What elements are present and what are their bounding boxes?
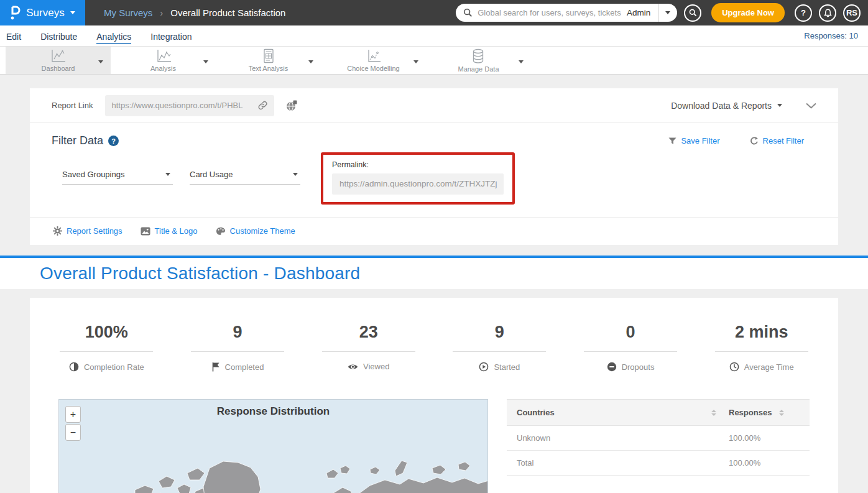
customize-theme-button[interactable]: Customize Theme [216,226,295,236]
stat-started: 9 Started [434,323,565,372]
palette-icon [216,227,226,236]
search-button[interactable] [684,4,701,22]
text-analysis-dropdown-caret[interactable] [308,55,313,66]
chevron-down-icon [665,11,670,14]
permalink-field[interactable]: https://admin.questionpro.com/t/ZTHXJTZj [332,173,504,195]
responses-cell: 100.00% [723,451,810,476]
surveys-menu-button[interactable]: Surveys [0,0,85,25]
permalink-annotation-highlight: Permalink: https://admin.questionpro.com… [321,152,515,205]
completion-rate-icon [69,362,79,372]
toolbar-item-label: Dashboard [42,65,75,72]
reset-icon [750,137,759,145]
survey-nav-tabs: Edit Distribute Analytics Integration Re… [0,25,868,47]
toolbar-item-manage-data[interactable]: Manage Data [426,47,531,74]
tab-analytics[interactable]: Analytics [96,28,131,44]
report-link-label: Report Link [52,101,93,110]
responses-column-header[interactable]: Responses [723,400,810,426]
toolbar-item-label: Manage Data [458,65,499,73]
save-filter-button[interactable]: Save Filter [668,136,719,145]
dashboard-card: 100% Completion Rate 9 Completed 23 [30,298,838,493]
product-name: Surveys [26,7,64,19]
download-caret-icon[interactable] [777,104,782,107]
stat-viewed: 23 Viewed [303,323,434,372]
link-icon[interactable] [257,100,268,111]
analysis-dropdown-caret[interactable] [203,55,208,66]
card-usage-label: Card Usage [190,170,233,179]
stats-row: 100% Completion Rate 9 Completed 23 [30,298,838,372]
search-scope-selector[interactable]: Admin [627,8,658,17]
questionpro-logo-icon [10,6,21,21]
tab-integration[interactable]: Integration [150,28,192,44]
responses-count[interactable]: Responses: 10 [804,31,862,40]
map-zoom-out-button[interactable]: − [65,424,81,441]
table-row: Unknown 100.00% [507,426,810,451]
filter-data-title: Filter Data [52,134,103,147]
breadcrumb: My Surveys › Overall Product Satisfactio… [104,7,285,18]
country-cell: Unknown [507,426,723,451]
stat-completed: 9 Completed [172,323,303,372]
page-title: Overall Product Satisfaction - Dashboard [0,264,360,283]
play-circle-icon [479,362,489,372]
minus-circle-icon [607,362,617,372]
report-link-url[interactable]: https://www.questionpro.com/t/PHBL [111,101,254,110]
world-map[interactable] [59,432,488,493]
flag-icon [211,362,220,372]
title-logo-button[interactable]: Title & Logo [141,226,198,236]
responses-sort-icon[interactable] [779,410,784,416]
collapse-panel-chevron-icon[interactable] [806,103,816,109]
toolbar-item-dashboard[interactable]: Dashboard [6,47,111,74]
download-data-reports-button[interactable]: Download Data & Reports [671,101,772,111]
report-visibility-globe-icon[interactable] [285,99,298,112]
countries-sort-icon[interactable] [711,410,716,416]
map-zoom-in-button[interactable]: + [65,406,81,423]
toolbar-item-label: Analysis [150,65,176,72]
report-link-row: Report Link https://www.questionpro.com/… [30,88,838,123]
toolbar-item-choice-modelling[interactable]: Choice Modelling [321,47,426,74]
filter-controls-row: Saved Groupings Card Usage Permalink: ht… [30,147,838,214]
image-icon [141,227,150,236]
stat-dropouts: 0 Dropouts [565,323,696,372]
filter-help-icon[interactable]: ? [108,136,119,146]
toolbar-item-label: Choice Modelling [347,65,399,72]
permalink-label: Permalink: [332,160,504,169]
dashboard-lower-section: + − Response Distribution [30,399,838,493]
upgrade-now-button[interactable]: Upgrade Now [711,3,785,22]
report-link-field[interactable]: https://www.questionpro.com/t/PHBL [105,95,274,116]
countries-column-header[interactable]: Countries [507,400,723,426]
toolbar-item-analysis[interactable]: Analysis [111,47,216,74]
chevron-down-icon [293,173,298,176]
tab-distribute[interactable]: Distribute [40,28,77,44]
help-button[interactable]: ? [795,4,812,22]
map-zoom-controls: + − [65,406,81,441]
map-title: Response Distribution [59,405,487,418]
saved-groupings-label: Saved Groupings [62,170,124,179]
user-avatar[interactable]: RS [843,4,861,22]
tab-edit[interactable]: Edit [6,28,21,44]
report-settings-button[interactable]: Report Settings [53,226,122,236]
toolbar-item-text-analysis[interactable]: Text Analysis [216,47,321,74]
notifications-button[interactable] [819,4,836,22]
dashboard-dropdown-caret[interactable] [98,55,103,66]
search-icon [689,9,697,17]
stat-completion-rate: 100% Completion Rate [41,323,172,372]
bell-icon [824,9,832,17]
stat-average-time: 2 mins Average Time [696,323,827,372]
toolbar-item-label: Text Analysis [249,65,289,72]
analytics-toolbar: Dashboard Analysis Text Analysis Choice … [0,47,868,75]
manage-data-database-icon [471,48,486,65]
search-scope-dropdown[interactable] [658,4,677,22]
card-usage-select[interactable]: Card Usage [190,165,300,185]
choice-modelling-dropdown-caret[interactable] [413,55,418,66]
breadcrumb-separator-icon: › [160,7,163,18]
funnel-icon [668,137,676,145]
search-icon [463,8,473,17]
reset-filter-button[interactable]: Reset Filter [750,136,804,145]
filter-header-row: Filter Data ? Save Filter Reset Filter [30,123,838,147]
analysis-chart-icon [154,48,173,64]
choice-modelling-icon [364,48,382,64]
breadcrumb-my-surveys[interactable]: My Surveys [104,7,152,18]
manage-data-dropdown-caret[interactable] [519,55,524,66]
global-search-input[interactable] [473,8,627,17]
text-analysis-icon [261,48,277,64]
saved-groupings-select[interactable]: Saved Groupings [62,165,173,185]
